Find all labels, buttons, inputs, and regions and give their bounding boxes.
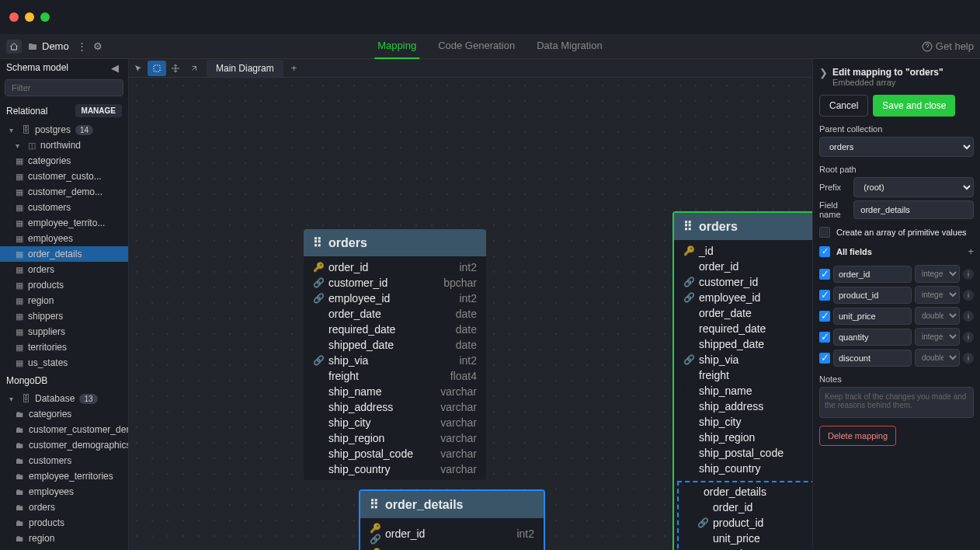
field-name-input[interactable] (833, 287, 912, 304)
expand-panel-icon[interactable]: ❯ (819, 67, 828, 78)
field-row[interactable]: ship_citystring (674, 414, 812, 430)
field-checkbox[interactable]: ✓ (819, 269, 830, 280)
tree-table-employees[interactable]: ▦employees (0, 231, 128, 246)
entity-order-details[interactable]: ⠿order_details 🔑🔗order_idint2🔑🔗product_i… (359, 489, 545, 550)
info-icon[interactable]: i (963, 311, 974, 322)
maximize-window[interactable] (40, 12, 50, 22)
tree-table-us_states[interactable]: ▦us_states (0, 355, 128, 371)
all-fields-checkbox[interactable]: ✓ (819, 246, 830, 257)
tree-collection-shippers[interactable]: 🖿shippers (0, 546, 128, 550)
field-row[interactable]: ship_namevarchar (304, 384, 486, 399)
field-checkbox[interactable]: ✓ (819, 332, 830, 343)
field-row[interactable]: ship_postal_codestring (674, 445, 812, 461)
field-type-select[interactable]: double (915, 349, 960, 367)
tree-collection-employee_territories[interactable]: 🖿employee_territories (0, 468, 128, 484)
tree-collection-customers[interactable]: 🖿customers (0, 453, 128, 468)
field-row[interactable]: ship_postal_codevarchar (304, 446, 486, 461)
field-row[interactable]: 🔗ship_viainteger (674, 352, 812, 367)
tree-northwind[interactable]: ▾ ◫ northwind (0, 138, 128, 153)
field-row[interactable]: 🔗customer_idstring (674, 274, 812, 290)
tree-database[interactable]: ▾ 🗄 Database 13 (0, 391, 128, 406)
filter-input[interactable] (5, 79, 123, 96)
settings-icon[interactable]: ⚙ (93, 40, 103, 52)
tree-collection-region[interactable]: 🖿region (0, 531, 128, 546)
field-name-input[interactable] (833, 308, 912, 325)
notes-textarea[interactable]: Keep track of the changes you made and t… (819, 387, 974, 418)
tree-table-customers[interactable]: ▦customers (0, 200, 128, 215)
entity-orders-mongodb[interactable]: ⠿orders 🔑_idobject_id order_idinteger🔗cu… (672, 211, 812, 550)
home-button[interactable] (6, 40, 22, 54)
field-row[interactable]: freightfloat4 (304, 368, 486, 384)
entity-orders-relational[interactable]: ⠿orders 🔑order_idint2🔗customer_idbpchar🔗… (304, 229, 486, 480)
tab-code-generation[interactable]: Code Generation (435, 33, 518, 59)
tree-table-orders[interactable]: ▦orders (0, 262, 128, 277)
field-row[interactable]: order_idinteger (679, 500, 812, 515)
tree-table-shippers[interactable]: ▦shippers (0, 308, 128, 324)
field-row[interactable]: ship_regionstring (674, 430, 812, 445)
field-row[interactable]: shipped_datedate (674, 336, 812, 352)
field-type-select[interactable]: integer (915, 328, 960, 346)
tree-table-order_details[interactable]: ▦order_details (0, 246, 128, 262)
field-row[interactable]: order_idinteger (674, 259, 812, 274)
field-row[interactable]: required_datedate (674, 321, 812, 336)
select-tool[interactable] (148, 61, 166, 76)
tree-table-employee_territo...[interactable]: ▦employee_territo... (0, 215, 128, 231)
help-link[interactable]: Get help (922, 40, 974, 52)
info-icon[interactable]: i (963, 332, 974, 343)
field-row[interactable]: unit_pricedouble (679, 531, 812, 546)
close-window[interactable] (9, 12, 19, 22)
cancel-button[interactable]: Cancel (819, 95, 868, 117)
field-row[interactable]: ship_countrystring (674, 461, 812, 476)
field-checkbox[interactable]: ✓ (819, 353, 830, 364)
field-row[interactable]: 🔑order_idint2 (304, 259, 486, 275)
field-row[interactable]: ship_addressstring (674, 399, 812, 414)
field-row[interactable]: 🔗employee_idinteger (674, 290, 812, 305)
tab-data-migration[interactable]: Data Migration (533, 33, 606, 59)
drag-icon[interactable]: ⠿ (313, 235, 322, 250)
tree-postgres[interactable]: ▾ 🗄 postgres 14 (0, 122, 128, 138)
field-type-select[interactable]: integer (915, 265, 960, 283)
field-checkbox[interactable]: ✓ (819, 311, 830, 322)
info-icon[interactable]: i (963, 290, 974, 301)
field-row[interactable]: 🔑🔗order_idint2 (360, 521, 544, 546)
tree-collection-customer_customer_demo[interactable]: 🖿customer_customer_demo (0, 422, 128, 437)
delete-mapping-button[interactable]: Delete mapping (819, 426, 896, 446)
field-row[interactable]: ship_addressvarchar (304, 399, 486, 415)
field-name-input[interactable] (833, 350, 912, 367)
tree-table-region[interactable]: ▦region (0, 293, 128, 308)
tab-mapping[interactable]: Mapping (374, 33, 419, 59)
add-field-button[interactable]: + (968, 245, 974, 257)
field-row[interactable]: ship_namestring (674, 383, 812, 399)
field-row[interactable]: quantityinteger (679, 546, 812, 550)
field-type-select[interactable]: double (915, 307, 960, 325)
canvas[interactable]: ⠿orders 🔑order_idint2🔗customer_idbpchar🔗… (129, 78, 812, 550)
tree-table-categories[interactable]: ▦categories (0, 153, 128, 169)
tree-table-customer_demo...[interactable]: ▦customer_demo... (0, 184, 128, 200)
field-row[interactable]: shipped_datedate (304, 337, 486, 353)
manage-button[interactable]: MANAGE (75, 104, 122, 117)
field-name-input[interactable] (833, 266, 912, 283)
field-row[interactable]: 🔗product_idinteger (679, 515, 812, 531)
minimize-window[interactable] (25, 12, 34, 22)
save-button[interactable]: Save and close (873, 95, 955, 117)
parent-collection-select[interactable]: orders (819, 137, 974, 157)
tree-table-suppliers[interactable]: ▦suppliers (0, 324, 128, 339)
field-row[interactable]: order_datedate (304, 306, 486, 322)
field-row[interactable]: required_datedate (304, 322, 486, 337)
tree-collection-products[interactable]: 🖿products (0, 515, 128, 531)
field-row[interactable]: 🔑🔗product_idint2 (360, 546, 544, 550)
more-icon[interactable]: ⋮ (77, 40, 87, 52)
tree-collection-orders[interactable]: 🖿orders (0, 500, 128, 515)
info-icon[interactable]: i (963, 353, 974, 364)
tree-collection-categories[interactable]: 🖿categories (0, 406, 128, 422)
collapse-sidebar-icon[interactable]: ◀ (111, 62, 122, 73)
field-row[interactable]: freightdouble (674, 367, 812, 383)
field-row[interactable]: ship_countryvarchar (304, 461, 486, 477)
field-row[interactable]: 🔗customer_idbpchar (304, 275, 486, 291)
info-icon[interactable]: i (963, 269, 974, 280)
prefix-select[interactable]: (root) (853, 177, 974, 197)
tree-table-products[interactable]: ▦products (0, 277, 128, 293)
field-checkbox[interactable]: ✓ (819, 290, 830, 301)
field-row[interactable]: 🔗employee_idint2 (304, 291, 486, 306)
pointer-tool[interactable] (129, 61, 148, 76)
